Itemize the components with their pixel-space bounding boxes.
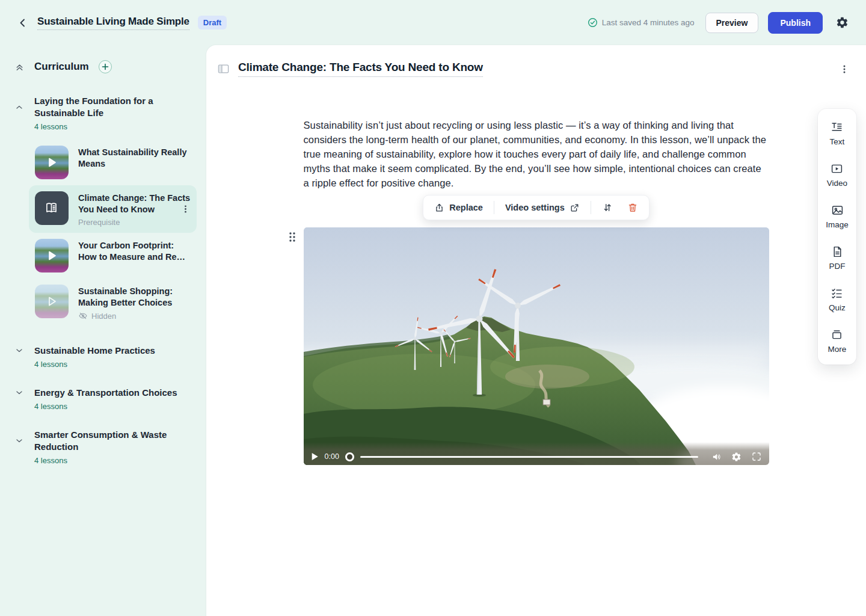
chevron-up-icon <box>14 102 24 112</box>
insert-pdf-button[interactable]: PDF <box>829 245 846 271</box>
chevron-down-icon <box>14 346 24 356</box>
preview-button[interactable]: Preview <box>705 13 759 33</box>
player-settings-button[interactable] <box>731 452 742 462</box>
curriculum-section: Energy & Transportation Choices 4 lesson… <box>14 387 198 411</box>
lesson-row-hidden[interactable]: Sustainable Shopping: Making Better Choi… <box>29 279 197 327</box>
insert-more-label: More <box>828 345 847 354</box>
collapse-all-icon[interactable] <box>14 62 25 72</box>
section-title: Laying the Foundation for a Sustainable … <box>34 95 185 119</box>
lesson-title: Your Carbon Footprint: How to Measure an… <box>78 240 191 263</box>
saved-status: Last saved 4 minutes ago <box>588 17 695 28</box>
insert-text-label: Text <box>830 137 845 146</box>
trash-icon <box>627 202 638 213</box>
back-chevron-icon <box>17 17 28 28</box>
lesson-paragraph[interactable]: Sustainability isn’t just about recyclin… <box>304 118 769 190</box>
section-lesson-count: 4 lessons <box>34 360 198 369</box>
lesson-tag-prerequisite: Prerequisite <box>78 218 191 227</box>
seek-bar[interactable] <box>360 456 698 458</box>
lesson-editor-card: Climate Change: The Facts You Need to Kn… <box>206 45 866 616</box>
settings-button[interactable] <box>832 13 852 32</box>
curriculum-header: Curriculum <box>14 60 198 73</box>
insert-text-button[interactable]: Text <box>830 121 845 146</box>
lesson-title: What Sustainability Really Means <box>78 147 191 170</box>
insert-image-button[interactable]: Image <box>826 204 849 229</box>
lesson-kebab-menu[interactable] <box>179 203 192 216</box>
insert-more-button[interactable]: More <box>828 328 847 354</box>
fullscreen-button[interactable] <box>751 451 762 462</box>
insert-video-button[interactable]: Video <box>827 162 847 188</box>
replace-label: Replace <box>449 203 483 212</box>
lesson-info: Sustainable Shopping: Making Better Choi… <box>78 285 191 321</box>
video-block-icon <box>831 162 843 175</box>
chevron-down-icon <box>14 388 24 398</box>
hidden-label: Hidden <box>91 312 116 321</box>
curriculum-heading: Curriculum <box>34 61 89 73</box>
video-settings-button[interactable]: Video settings <box>499 199 586 217</box>
lesson-row[interactable]: What Sustainability Really Means <box>29 140 197 185</box>
section-header[interactable]: Laying the Foundation for a Sustainable … <box>14 95 198 119</box>
lesson-header: Climate Change: The Facts You Need to Kn… <box>206 45 866 77</box>
insert-block-panel: Text Video Image PDF Quiz <box>818 109 856 365</box>
section-header[interactable]: Smarter Consumption & Waste Reduction <box>14 429 198 453</box>
insert-image-label: Image <box>826 220 849 229</box>
curriculum-section: Smarter Consumption & Waste Reduction 4 … <box>14 429 198 465</box>
lesson-info: Climate Change: The Facts You Need to Kn… <box>78 191 191 227</box>
lesson-reading-thumbnail <box>35 191 69 225</box>
lesson-page-title[interactable]: Climate Change: The Facts You Need to Kn… <box>238 61 483 77</box>
open-book-icon <box>44 200 60 216</box>
course-title[interactable]: Sustainable Living Made Simple <box>37 16 189 30</box>
pdf-block-icon <box>831 245 844 258</box>
saved-status-text: Last saved 4 minutes ago <box>602 18 695 27</box>
insert-quiz-label: Quiz <box>829 303 846 312</box>
seek-handle[interactable] <box>345 452 354 461</box>
lesson-row[interactable]: Your Carbon Footprint: How to Measure an… <box>29 233 197 279</box>
top-bar: Sustainable Living Made Simple Draft Las… <box>0 0 866 45</box>
upload-icon <box>434 203 444 213</box>
back-button[interactable] <box>14 14 31 31</box>
toolbar-divider <box>591 201 591 214</box>
section-header[interactable]: Sustainable Home Practices <box>14 345 198 357</box>
play-button[interactable] <box>311 452 319 461</box>
delete-block-button[interactable] <box>621 199 644 217</box>
sort-arrows-icon <box>602 202 613 213</box>
lesson-info: Your Carbon Footprint: How to Measure an… <box>78 239 191 263</box>
status-badge: Draft <box>198 16 227 29</box>
gear-icon <box>836 16 849 29</box>
wind-farm-illustration <box>304 227 769 465</box>
lesson-video-thumbnail <box>35 239 69 273</box>
lesson-row-selected[interactable]: Climate Change: The Facts You Need to Kn… <box>29 185 197 233</box>
insert-quiz-button[interactable]: Quiz <box>829 287 846 312</box>
replace-button[interactable]: Replace <box>428 199 489 217</box>
insert-pdf-label: PDF <box>829 262 846 271</box>
toolbar-divider <box>494 201 494 214</box>
curriculum-section: Laying the Foundation for a Sustainable … <box>14 95 198 327</box>
curriculum-sidebar: Curriculum Laying the Foundation for a S… <box>0 45 206 616</box>
toggle-sidebar-icon[interactable] <box>218 64 229 74</box>
insert-video-label: Video <box>827 179 847 188</box>
video-frame-wind-turbines[interactable]: 0:00 <box>304 227 769 465</box>
lesson-body: Sustainability isn’t just about recyclin… <box>304 118 769 465</box>
lesson-tag-hidden: Hidden <box>78 311 191 321</box>
video-player-controls: 0:00 <box>304 442 769 465</box>
lesson-info: What Sustainability Really Means <box>78 146 191 170</box>
image-block-icon <box>831 204 844 217</box>
play-icon <box>35 146 69 179</box>
add-section-button[interactable] <box>99 60 112 73</box>
drag-handle-icon[interactable] <box>288 231 296 243</box>
video-block-toolbar: Replace Video settings <box>423 195 649 220</box>
lesson-options-kebab[interactable] <box>837 62 852 76</box>
play-icon <box>35 285 69 318</box>
section-header[interactable]: Energy & Transportation Choices <box>14 387 198 399</box>
publish-button[interactable]: Publish <box>768 12 823 34</box>
quiz-block-icon <box>831 287 843 300</box>
video-block[interactable]: 0:00 <box>304 227 769 465</box>
lesson-video-thumbnail <box>35 146 69 179</box>
play-icon <box>35 239 69 273</box>
chevron-down-icon <box>14 436 24 446</box>
external-link-icon <box>570 203 580 213</box>
section-title: Energy & Transportation Choices <box>34 387 177 399</box>
section-lesson-count: 4 lessons <box>34 122 198 131</box>
volume-button[interactable] <box>711 452 722 462</box>
check-circle-icon <box>588 17 598 28</box>
move-block-button[interactable] <box>596 199 619 217</box>
